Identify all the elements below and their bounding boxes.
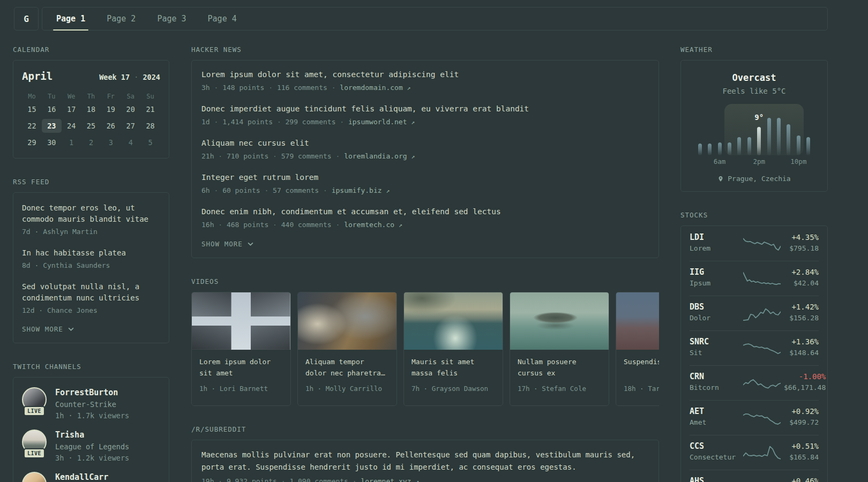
hn-item-title[interactable]: Donec enim nibh, condimentum et accumsan… (201, 206, 649, 217)
calendar-day-16[interactable]: 16 (42, 102, 62, 116)
meta-time: 21h (201, 152, 214, 160)
stock-row[interactable]: IIGIpsum+2.84%$42.04 (681, 261, 827, 296)
tab-page-4[interactable]: Page 4 (197, 7, 248, 30)
twitch-channel[interactable]: LIVETrishaLeague of Legends3h · 1.2k vie… (22, 430, 160, 463)
stock-row[interactable]: SNRCSit+1.36%$148.64 (681, 330, 827, 365)
video-title[interactable]: Mauris sit amet massa felis (411, 356, 495, 379)
hackernews-show-more-button[interactable]: SHOW MORE (201, 240, 649, 248)
video-title[interactable]: Suspendisse diam (624, 356, 659, 379)
calendar-day-25[interactable]: 25 (81, 119, 101, 133)
video-title[interactable]: Aliquam tempor dolor nec pharetra… (305, 356, 389, 379)
channel-name[interactable]: ForrestBurton (55, 387, 129, 398)
story-domain-link[interactable]: ipsumworld.net ↗ (348, 118, 415, 126)
tab-page-2[interactable]: Page 2 (96, 7, 146, 30)
hn-item-title[interactable]: Integer eget rutrum lorem (201, 172, 649, 183)
calendar-day-22[interactable]: 22 (22, 119, 42, 133)
stock-right: +2.84%$42.04 (784, 267, 819, 289)
stock-change: +0.46% (784, 476, 819, 482)
stock-row[interactable]: CCSConsectetur+0.51%$165.84 (681, 435, 827, 470)
stock-row[interactable]: CRNBitcorn-1.00%$66,171.48 (681, 365, 827, 400)
video-card[interactable]: Mauris sit amet massa felis7h · Grayson … (403, 292, 503, 406)
channel-meta: 3h · 1.2k viewers (55, 453, 129, 463)
stock-name: Dolor (690, 313, 740, 323)
channel-name[interactable]: Trisha (55, 430, 129, 440)
rss-item: Donec tempor eros leo, ut commodo mauris… (22, 202, 160, 237)
location-pin-icon (717, 175, 724, 183)
tab-page-3[interactable]: Page 3 (146, 7, 197, 30)
weather-bar-slot (724, 104, 734, 155)
stock-name: Bitcorn (690, 382, 740, 393)
video-title[interactable]: Lorem ipsum dolor sit amet consectetu… (199, 356, 283, 379)
calendar-day-2[interactable]: 2 (81, 135, 101, 149)
weather-bar-slot (774, 104, 783, 155)
video-card-body: Suspendisse diam18h · Tara (616, 350, 659, 405)
hn-item: Aliquam nec cursus elit21h · 710 points … (201, 138, 649, 162)
calendar-day-30[interactable]: 30 (42, 135, 62, 149)
video-card-body: Nullam posuere cursus ex17h · Stefan Col… (510, 350, 609, 405)
calendar-week-number: Week 17 (99, 73, 130, 81)
calendar-day-28[interactable]: 28 (140, 119, 160, 133)
avatar-wrap: LIVE (22, 430, 47, 458)
stock-price: $499.72 (784, 417, 819, 428)
calendar-day-26[interactable]: 26 (101, 119, 121, 133)
tab-page-1[interactable]: Page 1 (46, 7, 96, 30)
separator-dot: · (214, 477, 226, 482)
show-more-label: SHOW MORE (22, 325, 63, 333)
story-domain-link[interactable]: loremtech.co ↗ (344, 221, 402, 229)
calendar-day-20[interactable]: 20 (121, 102, 140, 116)
stock-row[interactable]: LDILorem+4.35%$795.18 (681, 226, 827, 261)
video-card[interactable]: Suspendisse diam18h · Tara (616, 292, 659, 406)
calendar-day-4[interactable]: 4 (121, 135, 140, 149)
hn-item-title[interactable]: Donec imperdiet augue tincidunt felis al… (201, 103, 649, 115)
weather-bar-slot (804, 104, 813, 155)
twitch-channel[interactable]: LIVEForrestBurtonCounter-Strike1h · 1.7k… (22, 387, 160, 420)
video-title[interactable]: Nullam posuere cursus ex (518, 356, 601, 379)
story-domain-link[interactable]: loremlandia.org ↗ (344, 152, 415, 160)
avatar-wrap (22, 472, 47, 482)
rss-item-title[interactable]: In hac habitasse platea (22, 247, 160, 259)
stock-row[interactable]: DBSDolor+1.42%$156.28 (681, 296, 827, 330)
app-logo[interactable]: G (14, 7, 39, 31)
header: G Page 1Page 2Page 3Page 4 (14, 7, 828, 31)
story-domain-link[interactable]: loremnet.xyz ↗ (361, 477, 419, 482)
separator-dot: · (332, 221, 344, 229)
meta-comments: 440 comments (281, 221, 332, 229)
video-card[interactable]: Nullam posuere cursus ex17h · Stefan Col… (510, 292, 609, 406)
rss-show-more-button[interactable]: SHOW MORE (22, 325, 160, 333)
twitch-card: LIVEForrestBurtonCounter-Strike1h · 1.7k… (13, 377, 169, 482)
video-card[interactable]: Aliquam tempor dolor nec pharetra…1h · M… (297, 292, 397, 406)
rss-item-title[interactable]: Donec tempor eros leo, ut commodo mauris… (22, 202, 160, 225)
calendar-day-18[interactable]: 18 (81, 102, 101, 116)
story-domain-link[interactable]: loremdomain.com ↗ (340, 84, 410, 92)
separator-dot: · (214, 152, 226, 160)
stock-row[interactable]: AETAmet+0.92%$499.72 (681, 400, 827, 435)
channel-name[interactable]: KendallCarr (55, 472, 108, 482)
calendar-day-27[interactable]: 27 (121, 119, 140, 133)
hn-item-title[interactable]: Lorem ipsum dolor sit amet, consectetur … (201, 69, 649, 80)
videos-row: Lorem ipsum dolor sit amet consectetu…1h… (191, 292, 659, 406)
hn-item-title[interactable]: Aliquam nec cursus elit (201, 138, 649, 149)
calendar-day-21[interactable]: 21 (140, 102, 160, 116)
rss-item-title[interactable]: Sed volutpat nulla nisl, a condimentum n… (22, 281, 160, 304)
calendar-day-1[interactable]: 1 (62, 135, 81, 149)
story-domain-link[interactable]: ipsumify.biz ↗ (332, 186, 390, 194)
weather-card: Overcast Feels like 5°C 9° 6am2pm10pm Pr… (680, 60, 828, 192)
calendar-day-17[interactable]: 17 (62, 102, 81, 116)
stock-change: +1.42% (784, 302, 819, 313)
external-link-icon: ↗ (411, 118, 415, 126)
calendar-day-29[interactable]: 29 (22, 135, 42, 149)
calendar-day-5[interactable]: 5 (140, 135, 160, 149)
subreddit-post-title[interactable]: Maecenas mollis pulvinar erat non posuer… (201, 449, 649, 473)
calendar-day-23[interactable]: 23 (42, 119, 62, 133)
video-card-body: Lorem ipsum dolor sit amet consectetu…1h… (192, 350, 290, 405)
calendar-day-19[interactable]: 19 (101, 102, 121, 116)
hackernews-widget-title: HACKER NEWS (191, 46, 659, 54)
calendar-day-15[interactable]: 15 (22, 102, 42, 116)
twitch-channel[interactable]: KendallCarr (22, 472, 160, 482)
stock-sparkline (743, 478, 781, 482)
calendar-day-24[interactable]: 24 (62, 119, 81, 133)
video-card[interactable]: Lorem ipsum dolor sit amet consectetu…1h… (191, 292, 291, 406)
stock-row[interactable]: AHS+0.46% (681, 470, 827, 482)
weather-bar-slot (715, 104, 724, 155)
calendar-day-3[interactable]: 3 (101, 135, 121, 149)
